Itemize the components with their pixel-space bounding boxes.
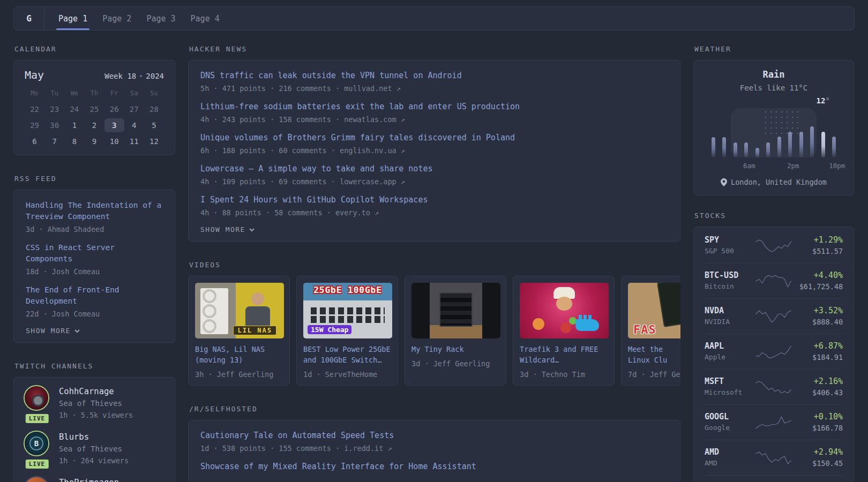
reddit-item-link[interactable]: Showcase of my Mixed Reality Interface f… (200, 461, 668, 472)
twitch-channel-row[interactable]: B LIVE Blurbs Sea of Thieves 1h · 264 vi… (25, 432, 164, 465)
weather-feels-like: Feels like 11°C (708, 84, 840, 92)
channel-game: Sea of Thieves (59, 444, 129, 454)
video-card[interactable]: 25GbE 100GbE 15W Cheap BEST Low Power 25… (296, 276, 398, 386)
video-card[interactable]: LIL NAS Big NAS, Lil NAS(moving 13) 3h ·… (188, 276, 290, 386)
videos-widget: LIL NAS Big NAS, Lil NAS(moving 13) 3h ·… (188, 276, 680, 386)
video-thumbnail[interactable]: 25GbE 100GbE 15W Cheap (303, 283, 392, 338)
channel-meta: 1h · 264 viewers (59, 456, 129, 465)
channel-name[interactable]: CohhCarnage (59, 386, 133, 397)
calendar-day: 10 (104, 134, 124, 148)
video-card[interactable]: My Tiny Rack 3d · Jeff Geerling (405, 276, 506, 386)
rss-item-link[interactable]: CSS in React Server Components (26, 242, 163, 265)
stock-row[interactable]: AMDAMD +2.94%$150.45 (705, 440, 843, 475)
video-thumbnail[interactable]: LIL NAS (195, 283, 284, 338)
video-title[interactable]: Meet theLinux Clu (628, 344, 680, 365)
show-more-label: SHOW MORE (26, 327, 71, 335)
thumbnail-text: FAS (633, 323, 656, 336)
speaker-graphic (411, 283, 430, 338)
hn-item-link[interactable]: DNS traffic can leak outside the VPN tun… (200, 70, 668, 81)
weather-bar (755, 148, 759, 157)
calendar-month: May (25, 69, 44, 81)
stock-price: $61,725.48 (792, 282, 843, 291)
rss-item: CSS in React Server Components 18d · Jos… (26, 242, 163, 276)
calendar-day: 7 (44, 134, 64, 148)
switch-ports-graphic (311, 307, 385, 314)
reddit-item-link[interactable]: Cautionary Tale on Automated Speed Tests (200, 430, 668, 441)
stock-row[interactable]: MSFTMicrosoft +2.16%$406.43 (705, 369, 843, 404)
hn-item: Unique volumes of Brothers Grimm fairy t… (200, 132, 668, 155)
channel-name[interactable]: ThePrimeagen (59, 477, 119, 482)
hn-show-more-button[interactable]: SHOW MORE (200, 225, 668, 234)
stock-row[interactable]: SPYS&P 500 +1.29%$511.57 (705, 228, 843, 263)
hacker-news-widget: DNS traffic can leak outside the VPN tun… (188, 60, 680, 242)
reddit-widget: Cautionary Tale on Automated Speed Tests… (188, 420, 680, 482)
twitch-widget: LIVE CohhCarnage Sea of Thieves 1h · 5.5… (13, 377, 175, 482)
page-tabs: Page 1 Page 2 Page 3 Page 4 (44, 7, 227, 30)
avatar: B (25, 432, 48, 455)
stock-symbol: BTC-USD (705, 270, 755, 281)
hn-item-link[interactable]: I Spent 24 Hours with GitHub Copilot Wor… (200, 194, 668, 206)
weather-bar (744, 142, 748, 157)
videos-section-title: VIDEOS (189, 261, 680, 269)
channel-name[interactable]: Blurbs (59, 432, 129, 442)
separator-dot (140, 75, 142, 77)
stock-name: AMD (705, 458, 755, 468)
hn-item-link[interactable]: Unique volumes of Brothers Grimm fairy t… (200, 132, 668, 144)
stock-row[interactable]: RDDTReddit -1.65% (705, 475, 843, 482)
thumbnail-badge-text: 15W Cheap (308, 325, 351, 334)
stock-price: $184.91 (792, 352, 843, 362)
rss-item-link[interactable]: The End of Front-End Development (26, 284, 163, 307)
hn-item-meta: 4h · 243 points · 158 comments · newatla… (200, 115, 668, 124)
weather-bar (734, 142, 737, 157)
rss-item-link[interactable]: Handling The Indentation of a Treeview C… (26, 200, 163, 222)
video-thumbnail[interactable] (520, 283, 609, 338)
rss-item-meta: 22d · Josh Comeau (26, 310, 163, 319)
video-thumbnail[interactable] (411, 283, 500, 338)
calendar-day: 2 (84, 118, 104, 132)
calendar-day: 26 (104, 102, 124, 116)
motherboard-graphic (657, 283, 680, 327)
video-card[interactable]: FAS Meet theLinux Clu 7d · Jeff Geerling (621, 276, 680, 386)
calendar-day: 8 (64, 134, 84, 148)
video-title[interactable]: Traefik 3 and FREEWildcard… (520, 344, 608, 365)
stock-row[interactable]: AAPLApple +6.87%$184.91 (705, 334, 843, 369)
twitch-channel-row[interactable]: ThePrimeagen (25, 477, 164, 482)
rss-show-more-button[interactable]: SHOW MORE (26, 327, 163, 335)
channel-game: Sea of Thieves (59, 398, 133, 409)
video-card[interactable]: Traefik 3 and FREEWildcard… 3d · Techno … (513, 276, 615, 386)
video-thumbnail[interactable]: FAS (628, 283, 680, 338)
app-logo[interactable]: G (14, 7, 44, 30)
video-title[interactable]: Big NAS, Lil NAS(moving 13) (195, 344, 283, 365)
stock-row[interactable]: NVDANVIDIA +3.52%$888.40 (705, 298, 843, 334)
speaker-graphic (482, 283, 500, 338)
hn-item-link[interactable]: Lithium-free sodium batteries exit the l… (200, 101, 668, 112)
weather-bar (722, 137, 726, 157)
stock-change: +4.40% (792, 270, 843, 281)
twitch-channel-row[interactable]: LIVE CohhCarnage Sea of Thieves 1h · 5.5… (25, 386, 164, 420)
stock-row[interactable]: GOOGLGoogle +0.10%$166.78 (705, 404, 843, 440)
stock-sparkline (755, 344, 792, 360)
weather-bar (777, 137, 781, 157)
tab-page-2[interactable]: Page 2 (95, 7, 139, 30)
tab-page-1[interactable]: Page 1 (51, 7, 95, 30)
calendar-day: 1 (64, 118, 84, 132)
video-meta: 7d · Jeff Geerling (628, 370, 680, 379)
stock-row[interactable]: BTC-USDBitcoin +4.40%$61,725.48 (705, 263, 843, 298)
calendar-day: 27 (124, 102, 144, 116)
video-title[interactable]: BEST Low Power 25GbEand 100GbE Switch… (303, 344, 391, 365)
stock-change: +3.52% (792, 306, 843, 316)
stock-change: +0.10% (792, 412, 843, 422)
tab-page-3[interactable]: Page 3 (139, 7, 183, 30)
rss-item: Handling The Indentation of a Treeview C… (26, 200, 163, 234)
dow-label: Tu (44, 88, 64, 100)
hn-item: I Spent 24 Hours with GitHub Copilot Wor… (200, 194, 668, 217)
rain-dots-pattern (763, 109, 803, 137)
stock-price: $511.57 (792, 246, 843, 256)
weather-location: London, United Kingdom (731, 178, 827, 186)
thumbnail-banner-text: LIL NAS (233, 326, 276, 335)
tab-page-4[interactable]: Page 4 (183, 7, 227, 30)
calendar-day: 23 (44, 102, 64, 116)
avatar (25, 477, 48, 482)
video-title[interactable]: My Tiny Rack (411, 344, 499, 355)
hn-item-link[interactable]: Lowercase – A simple way to take and sha… (200, 163, 668, 175)
